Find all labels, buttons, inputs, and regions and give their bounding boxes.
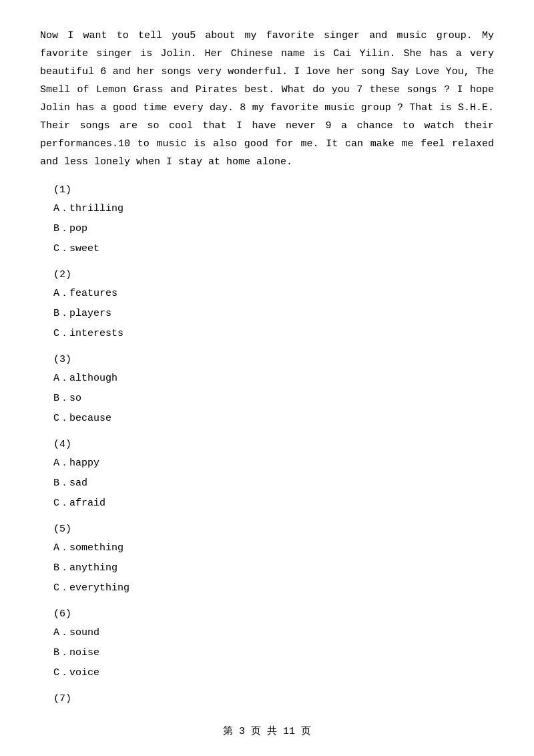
question-4-option-1: A．happy [53,455,494,471]
question-number-7: (7) [53,693,494,705]
question-4-option-2: B．sad [53,476,494,492]
question-5-option-3: C．everything [53,580,494,596]
question-4-option-3: C．afraid [53,496,494,512]
question-6-option-2: B．noise [53,645,494,661]
question-1-option-2: B．pop [53,221,494,237]
question-2-option-3: C．interests [53,326,494,342]
question-2-option-2: B．players [53,306,494,322]
question-3-option-1: A．although [53,371,494,387]
question-number-3: (3) [53,354,494,365]
passage: Now I want to tell you5 about my favorit… [40,27,494,171]
question-number-5: (5) [53,524,494,535]
question-6-option-1: A．sound [53,625,494,641]
question-3-option-3: C．because [53,411,494,427]
question-6-option-3: C．voice [53,665,494,681]
question-5-option-2: B．anything [53,560,494,576]
question-number-1: (1) [53,184,494,196]
question-3-option-2: B．so [53,391,494,407]
question-number-2: (2) [53,269,494,280]
footer: 第 3 页 共 11 页 [40,725,494,737]
question-1-option-1: A．thrilling [53,201,494,217]
question-5-option-1: A．something [53,540,494,556]
question-1-option-3: C．sweet [53,241,494,257]
question-number-6: (6) [53,608,494,620]
question-number-4: (4) [53,439,494,450]
question-2-option-1: A．features [53,286,494,302]
